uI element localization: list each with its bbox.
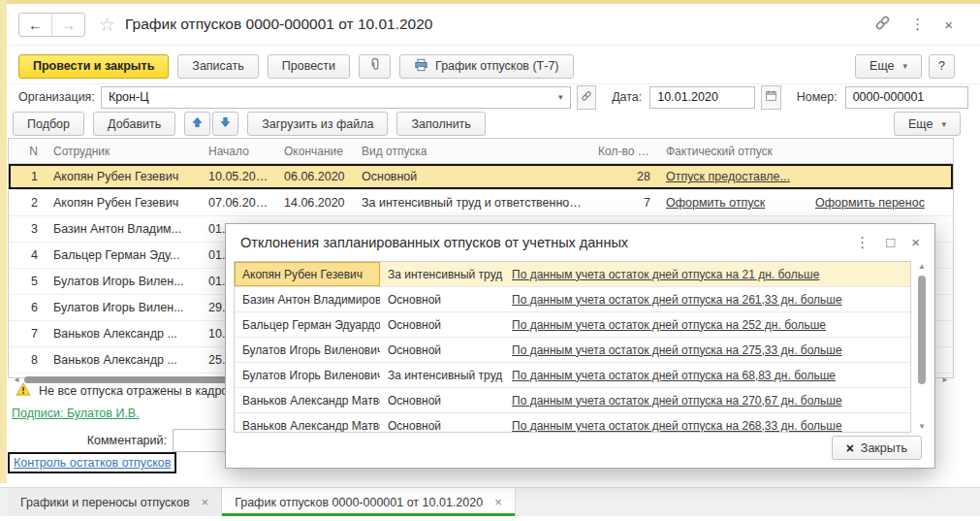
app-window: ← → ☆ График отпусков 0000-000001 от 10.… (0, 0, 980, 521)
more-menu-icon[interactable]: ⋮ (910, 16, 925, 33)
dialog-titlebar: Отклонения запланированных отпусков от у… (226, 224, 934, 260)
cell-end: 06.06.2020 (276, 170, 354, 183)
help-button[interactable]: ? (929, 54, 955, 79)
deviation-detail-link[interactable]: По данным учета остаток дней отпуска на … (512, 419, 842, 433)
deviation-detail-link[interactable]: По данным учета остаток дней отпуска на … (512, 268, 819, 281)
dialog-close-button[interactable]: × Закрыть (832, 436, 922, 460)
add-button[interactable]: Добавить (93, 112, 175, 136)
cell-type: Основной (380, 394, 504, 407)
table-command-bar: Подбор Добавить Загрузить из файла Запол… (7, 111, 980, 137)
deviation-row[interactable]: Акопян Рубен Гезевич За интенсивный труд… (235, 262, 910, 287)
dialog-maximize-icon[interactable]: □ (886, 234, 895, 250)
cell-employee: Бальцер Герман Эдуардович (235, 312, 380, 337)
deviation-detail-link[interactable]: По данным учета остаток дней отпуска на … (512, 318, 826, 332)
forward-button[interactable]: → (51, 14, 84, 36)
dialog-title: Отклонения запланированных отпусков от у… (240, 235, 628, 250)
cell-start: 10.05.2020 (201, 170, 276, 183)
print-t7-button[interactable]: График отпусков (Т-7) (399, 54, 573, 79)
org-dropdown-icon[interactable]: ▾ (558, 92, 563, 102)
org-open-button[interactable] (577, 85, 597, 110)
close-icon[interactable]: × (944, 16, 953, 33)
move-row-buttons (184, 112, 238, 136)
signatures-link[interactable]: Подписи: Булатов И.В. (12, 407, 140, 420)
fill-button[interactable]: Заполнить (396, 112, 485, 136)
tab-vacation-schedules-list[interactable]: Графики и переносы отпусков × (8, 488, 222, 516)
deviation-row[interactable]: Базин Антон Владимирович Основной По дан… (235, 287, 910, 312)
chevron-down-icon: ▾ (941, 119, 946, 129)
deviation-row[interactable]: Бальцер Герман Эдуардович Основной По да… (235, 312, 910, 338)
printer-icon (414, 58, 428, 75)
toolbar-more-button[interactable]: Еще ▾ (855, 54, 922, 79)
table-row[interactable]: 1 Акопян Рубен Гезевич 10.05.2020 06.06.… (9, 164, 953, 190)
header-n[interactable]: N (9, 145, 46, 158)
deviation-detail-link[interactable]: По данным учета остаток дней отпуска на … (512, 394, 842, 407)
dialog-vertical-scrollbar[interactable]: ▲ ▼ (915, 263, 929, 431)
cell-end: 14.06.2020 (276, 196, 354, 210)
warning-row: Не все отпуска отражены в кадро (16, 382, 228, 399)
date-field[interactable]: 10.01.2020 (649, 86, 755, 109)
deviation-detail-link[interactable]: По данным учета остаток дней отпуска на … (512, 293, 842, 307)
dialog-menu-icon[interactable]: ⋮ (855, 234, 869, 251)
header-start[interactable]: Начало (201, 145, 276, 158)
cell-employee: Акопян Рубен Гезевич (46, 170, 201, 183)
command-bar-right: Еще ▾ (894, 112, 974, 136)
calendar-icon (765, 89, 777, 105)
cell-n: 4 (9, 248, 46, 262)
post-and-close-button[interactable]: Провести и закрыть (18, 54, 169, 79)
header-end[interactable]: Окончание (276, 145, 354, 158)
write-button[interactable]: Записать (177, 54, 258, 79)
table-row[interactable]: 2 Акопян Рубен Гезевич 07.06.2020 14.06.… (9, 190, 953, 216)
cell-type: Основной (380, 343, 504, 357)
header-type[interactable]: Вид отпуска (354, 145, 590, 158)
tab-close-icon[interactable]: × (202, 495, 209, 509)
move-up-button[interactable] (184, 112, 210, 136)
close-x-icon: × (846, 440, 854, 456)
cell-employee: Акопян Рубен Гезевич (235, 262, 380, 286)
cell-employee: Ваньков Александр Матвее... (235, 388, 380, 412)
move-down-button[interactable] (212, 112, 238, 136)
header-employee[interactable]: Сотрудник (46, 145, 201, 158)
dialog-close-icon[interactable]: × (911, 234, 920, 250)
load-from-file-button[interactable]: Загрузить из файла (247, 112, 388, 136)
fact-transfer-link[interactable]: Оформить перенос (815, 196, 925, 210)
deviations-list: Акопян Рубен Гезевич За интенсивный труд… (234, 261, 911, 433)
number-field[interactable]: 0000-000001 (845, 86, 968, 109)
cell-employee: Ваньков Александр Матвее... (235, 413, 380, 433)
scrollbar-thumb[interactable] (918, 276, 926, 384)
open-link-icon (581, 90, 592, 105)
cell-employee: Булатов Игорь Виленович (235, 363, 380, 387)
deviation-detail-link[interactable]: По данным учета остаток дней отпуска на … (512, 369, 836, 382)
header-days[interactable]: Кол-во дн. (590, 145, 658, 158)
attachments-button[interactable] (359, 54, 391, 79)
cell-employee: Базин Антон Владимирович (235, 287, 380, 311)
document-header-form: Организация: Крон-Ц ▾ Дата: 10.01.2020 Н… (7, 85, 980, 109)
cell-type: За интенсивный труд и ответственность (354, 196, 590, 210)
back-button[interactable]: ← (19, 14, 51, 36)
table-more-button[interactable]: Еще ▾ (894, 112, 961, 136)
date-picker-button[interactable] (761, 85, 781, 110)
deviation-row[interactable]: Ваньков Александр Матвее... Основной По … (235, 388, 910, 413)
deviation-row[interactable]: Ваньков Александр Матвее... Основной По … (235, 413, 910, 433)
scroll-up-icon[interactable]: ▲ (918, 263, 926, 271)
scroll-down-icon[interactable]: ▼ (918, 423, 926, 431)
link-icon[interactable] (874, 15, 891, 34)
chevron-down-icon: ▾ (903, 61, 908, 71)
fact-vacation-link[interactable]: Отпуск предоставле... (666, 170, 790, 183)
deviation-detail-link[interactable]: По данным учета остаток дней отпуска на … (512, 343, 842, 357)
tab-close-icon[interactable]: × (494, 495, 502, 509)
date-value: 10.01.2020 (657, 90, 718, 104)
deviation-row[interactable]: Булатов Игорь Виленович За интенсивный т… (235, 363, 910, 388)
favorite-star-icon[interactable]: ☆ (99, 14, 115, 36)
cell-days: 28 (590, 170, 658, 183)
page-title: График отпусков 0000-000001 от 10.01.202… (125, 16, 432, 33)
header-fact[interactable]: Фактический отпуск (658, 145, 955, 158)
vacation-balance-control-link[interactable]: Контроль остатков отпусков (14, 456, 171, 470)
org-field[interactable]: Крон-Ц ▾ (101, 86, 571, 109)
fact-vacation-link[interactable]: Оформить отпуск (666, 196, 765, 210)
deviation-row[interactable]: Булатов Игорь Виленович Основной По данн… (235, 338, 910, 363)
post-button[interactable]: Провести (268, 54, 350, 79)
paperclip-icon (368, 57, 381, 75)
tab-vacation-schedule-document[interactable]: График отпусков 0000-000001 от 10.01.202… (222, 488, 516, 516)
pick-button[interactable]: Подбор (13, 112, 84, 136)
scroll-right-icon[interactable]: ► (941, 376, 949, 384)
